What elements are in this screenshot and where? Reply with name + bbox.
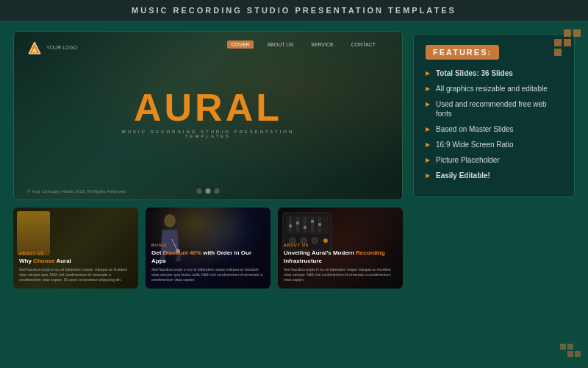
small-card-2: MUSIC Get Discount 40% with Order in Our… [146,208,270,289]
features-label: FEATURES: [426,45,499,60]
feature-item-3: ▶ Used and recommended free web fonts [426,99,562,118]
brand-name: AURAL [111,88,305,127]
right-section: FEATURES: ▶ Total Slides: 36 Slides ▶ Al… [413,31,575,352]
feature-item-4: ▶ Based on Master Slides [426,124,562,134]
feature-item-7: ▶ Easily Editable! [426,171,562,180]
nav-contact[interactable]: CONTACT [347,40,380,49]
main-preview: A YOUR LOGO COVER ABOUT US SERVICE CONTA… [13,31,403,200]
preview-inner: A YOUR LOGO COVER ABOUT US SERVICE CONTA… [14,32,402,199]
dot-1 [197,188,202,194]
preview-footer: © Your Company Name 2023. All Rights Res… [27,189,127,194]
card-1-desc: Sed faucibus turpis in eu mi bibendum ne… [19,267,132,283]
main-content: A YOUR LOGO COVER ABOUT US SERVICE CONTA… [0,21,588,362]
card-3-overlay: ABOUT US Unveiling Aural's Modern Record… [278,208,403,289]
preview-title-block: AURAL MUSIC RECORDING STUDIO PRESENTATIO… [111,88,305,138]
card-1-tag: ABOUT US [19,251,132,255]
banner-title: MUSIC RECORDING STUDIO PRESENTATION TEMP… [132,6,456,15]
preview-nav: COVER ABOUT US SERVICE CONTACT [227,40,380,49]
features-box: FEATURES: ▶ Total Slides: 36 Slides ▶ Al… [413,34,575,197]
small-previews: ABOUT US Why Choose Aural Sed faucibus t… [13,208,403,289]
small-card-1: ABOUT US Why Choose Aural Sed faucibus t… [13,208,138,289]
preview-subtitle: MUSIC RECORDING STUDIO PRESENTATION TEMP… [111,130,305,138]
arrow-icon-6: ▶ [426,157,430,163]
feature-text-5: 16:9 Wide Screen Ratio [436,140,514,149]
card-2-title: Get Discount 40% with Order in Our Apps [151,250,265,265]
arrow-icon-3: ▶ [426,101,430,107]
deco-squares-top [554,29,581,56]
card-2-tag: MUSIC [151,243,265,247]
arrow-icon-2: ▶ [426,85,430,92]
features-header: FEATURES: [426,45,562,60]
feature-item-6: ▶ Picture Placeholder [426,155,562,165]
arrow-icon-5: ▶ [426,141,430,148]
deco-squares-bottom [560,344,581,357]
feature-item-2: ▶ All graphics resizable and editable [426,84,562,93]
feature-text-1: Total Slides: 36 Slides [436,68,513,78]
feature-text-2: All graphics resizable and editable [436,84,548,93]
nav-about[interactable]: ABOUT US [262,40,298,49]
nav-service[interactable]: SERVICE [306,40,338,49]
nav-cover[interactable]: COVER [227,40,254,49]
dot-3 [215,188,220,194]
arrow-icon-7: ▶ [426,172,430,179]
feature-text-6: Picture Placeholder [436,155,500,165]
feature-text-7-content: Easily Editable! [436,171,490,180]
feature-text-3: Used and recommended free web fonts [436,99,562,118]
arrow-icon-1: ▶ [426,70,430,77]
feature-text-7: Easily Editable! [436,171,490,180]
feature-item-1: ▶ Total Slides: 36 Slides [426,68,562,78]
feature-text-1-content: Total Slides: 36 Slides [436,69,513,77]
card-2-desc: Sed faucibus turpis in eu mi bibendum ne… [151,267,265,283]
feature-text-4: Based on Master Slides [436,124,514,134]
logo-text: YOUR LOGO [46,45,77,51]
card-2-overlay: MUSIC Get Discount 40% with Order in Our… [146,208,270,289]
card-3-desc: Sed faucibus turpis in eu mi bibendum ne… [284,267,397,283]
feature-item-5: ▶ 16:9 Wide Screen Ratio [426,140,562,149]
card-3-tag: ABOUT US [284,243,397,247]
left-section: A YOUR LOGO COVER ABOUT US SERVICE CONTA… [13,31,403,352]
card-1-title: Why Choose Aural [19,258,132,265]
card-1-overlay: ABOUT US Why Choose Aural Sed faucibus t… [13,208,138,289]
preview-dots [197,188,220,194]
svg-text:A: A [32,47,37,54]
page-title: MUSIC RECORDING STUDIO PRESENTATION TEMP… [0,0,588,21]
small-card-3: ABOUT US Unveiling Aural's Modern Record… [278,208,403,289]
card-3-title: Unveiling Aural's Modern Recording Infra… [284,250,397,265]
preview-logo: A YOUR LOGO [27,40,77,55]
arrow-icon-4: ▶ [426,126,430,132]
dot-2 [206,188,211,194]
